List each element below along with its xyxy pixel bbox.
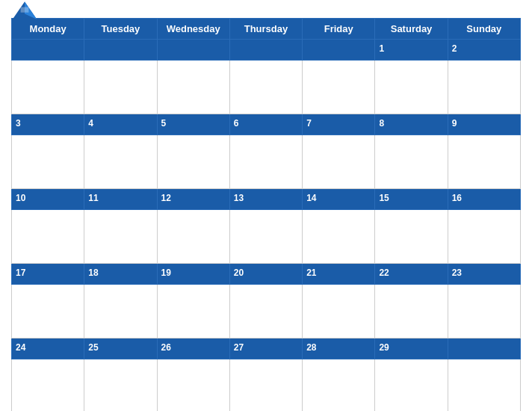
weekday-header-saturday: Saturday [375,19,448,40]
week-header-row-4: 242526272829 [12,339,521,359]
week-content-row-2 [12,210,521,264]
day-number: 5 [161,118,167,129]
week-header-row-3: 17181920212223 [12,264,521,285]
week-content-cell [12,359,84,412]
day-number: 18 [88,268,98,278]
week-header-cell [12,40,84,61]
week-header-cell: 4 [84,114,157,135]
week-header-cell: 8 [375,114,448,135]
week-content-cell [84,285,157,339]
day-number: 29 [379,342,389,353]
week-content-cell [375,285,448,339]
day-number: 9 [452,118,457,129]
week-header-row-2: 10111213141516 [12,189,521,210]
day-number: 8 [379,118,384,129]
week-header-cell: 20 [229,264,302,285]
day-number: 2 [452,43,457,54]
day-number: 12 [161,193,171,203]
week-content-cell [448,285,520,339]
week-content-row-4 [12,359,521,412]
day-number: 21 [306,268,316,278]
week-header-cell [157,40,229,61]
day-number: 23 [452,268,462,278]
week-header-cell: 10 [12,189,84,210]
day-number: 17 [16,268,25,278]
week-header-cell: 21 [303,264,375,285]
week-header-cell [229,40,302,61]
week-header-cell: 22 [375,264,448,285]
logo [11,0,38,21]
weekday-header-tuesday: Tuesday [84,19,157,40]
week-content-cell [229,210,302,264]
week-content-row-0 [12,61,521,114]
week-header-cell: 9 [448,114,520,135]
week-content-cell [303,135,375,189]
day-number: 26 [161,342,171,353]
week-header-cell [84,40,157,61]
day-number: 22 [379,268,389,278]
week-header-cell: 28 [303,339,375,359]
weekday-header-sunday: Sunday [448,19,520,40]
day-number: 25 [88,342,98,353]
week-content-cell [448,61,520,114]
day-number: 24 [16,342,25,353]
week-content-cell [229,285,302,339]
week-header-cell: 6 [229,114,302,135]
week-content-cell [157,135,229,189]
week-content-cell [375,135,448,189]
calendar-table: MondayTuesdayWednesdayThursdayFridaySatu… [11,18,521,411]
day-number: 19 [161,268,171,278]
week-content-cell [84,135,157,189]
calendar-header [11,7,521,13]
day-number: 20 [234,268,244,278]
day-number: 4 [88,118,93,129]
day-number: 6 [234,118,239,129]
week-content-cell [84,359,157,412]
week-header-cell: 2 [448,40,520,61]
logo-icon [11,0,38,21]
week-header-cell: 16 [448,189,520,210]
week-header-cell: 24 [12,339,84,359]
weekday-header-row: MondayTuesdayWednesdayThursdayFridaySatu… [12,19,521,40]
day-number: 3 [16,118,21,129]
week-content-cell [448,135,520,189]
week-header-cell: 13 [229,189,302,210]
day-number: 13 [234,193,244,203]
week-content-cell [12,285,84,339]
week-content-cell [12,135,84,189]
week-content-cell [157,61,229,114]
day-number: 14 [306,193,316,203]
week-content-cell [303,61,375,114]
day-number: 11 [88,193,98,203]
week-header-row-1: 3456789 [12,114,521,135]
week-content-cell [84,61,157,114]
week-header-cell: 5 [157,114,229,135]
week-content-cell [229,359,302,412]
day-number: 15 [379,193,389,203]
week-content-cell [375,61,448,114]
week-header-cell: 12 [157,189,229,210]
week-header-cell: 29 [375,339,448,359]
day-number: 10 [16,193,25,203]
week-header-row-0: 12 [12,40,521,61]
week-header-cell: 25 [84,339,157,359]
day-number: 16 [452,193,462,203]
week-content-cell [157,359,229,412]
week-header-cell [448,339,520,359]
week-header-cell: 18 [84,264,157,285]
week-content-cell [303,210,375,264]
week-header-cell: 11 [84,189,157,210]
day-number: 7 [306,118,312,129]
week-header-cell: 15 [375,189,448,210]
day-number: 1 [379,43,384,54]
weekday-header-wednesday: Wednesday [157,19,229,40]
week-content-cell [303,285,375,339]
week-content-row-1 [12,135,521,189]
week-content-cell [229,135,302,189]
svg-rect-3 [21,7,29,13]
weekday-header-friday: Friday [303,19,375,40]
week-content-row-3 [12,285,521,339]
week-content-cell [375,210,448,264]
week-header-cell: 7 [303,114,375,135]
week-header-cell: 19 [157,264,229,285]
